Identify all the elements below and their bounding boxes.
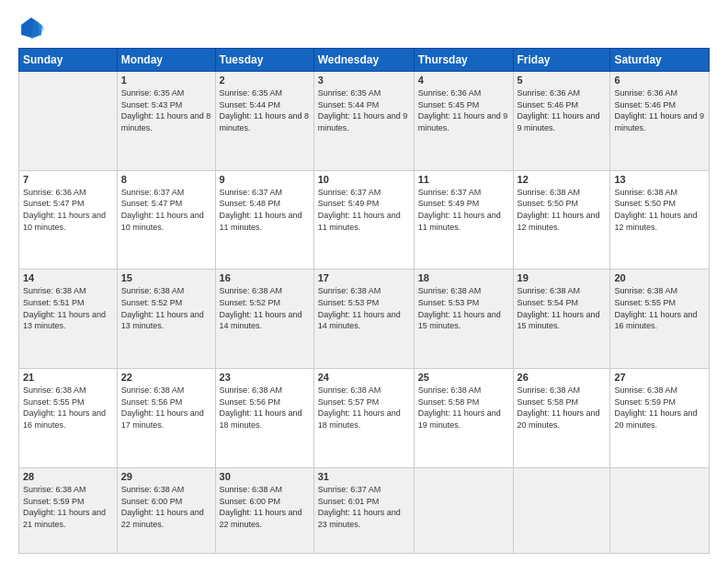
cell-content: Sunrise: 6:38 AM Sunset: 5:55 PM Dayligh… — [23, 385, 113, 431]
day-number: 15 — [121, 272, 211, 283]
day-number: 24 — [318, 372, 410, 383]
day-number: 22 — [121, 372, 211, 383]
day-number: 1 — [121, 75, 211, 86]
cell-content: Sunrise: 6:37 AM Sunset: 5:48 PM Dayligh… — [220, 187, 310, 233]
day-number: 19 — [518, 272, 607, 283]
day-number: 29 — [121, 471, 211, 482]
cell-content: Sunrise: 6:38 AM Sunset: 5:52 PM Dayligh… — [121, 285, 211, 331]
calendar-cell: 27Sunrise: 6:38 AM Sunset: 5:59 PM Dayli… — [610, 369, 710, 468]
calendar-cell: 25Sunrise: 6:38 AM Sunset: 5:58 PM Dayli… — [414, 369, 513, 468]
page: SundayMondayTuesdayWednesdayThursdayFrid… — [0, 0, 728, 563]
cell-content: Sunrise: 6:38 AM Sunset: 5:50 PM Dayligh… — [518, 187, 607, 233]
calendar-cell: 15Sunrise: 6:38 AM Sunset: 5:52 PM Dayli… — [117, 270, 215, 369]
calendar-cell: 1Sunrise: 6:35 AM Sunset: 5:43 PM Daylig… — [117, 72, 215, 171]
week-row-3: 21Sunrise: 6:38 AM Sunset: 5:55 PM Dayli… — [19, 369, 710, 468]
week-row-4: 28Sunrise: 6:38 AM Sunset: 5:59 PM Dayli… — [19, 467, 710, 553]
day-header-monday: Monday — [117, 49, 215, 72]
cell-content: Sunrise: 6:38 AM Sunset: 5:53 PM Dayligh… — [318, 285, 410, 331]
calendar-cell: 21Sunrise: 6:38 AM Sunset: 5:55 PM Dayli… — [19, 369, 118, 468]
calendar-cell: 20Sunrise: 6:38 AM Sunset: 5:55 PM Dayli… — [610, 270, 710, 369]
cell-content: Sunrise: 6:38 AM Sunset: 5:52 PM Dayligh… — [220, 285, 310, 331]
cell-content: Sunrise: 6:38 AM Sunset: 5:58 PM Dayligh… — [418, 385, 509, 431]
day-number: 21 — [23, 372, 113, 383]
cell-content: Sunrise: 6:38 AM Sunset: 5:54 PM Dayligh… — [518, 285, 607, 331]
day-number: 20 — [614, 272, 705, 283]
calendar-cell: 3Sunrise: 6:35 AM Sunset: 5:44 PM Daylig… — [313, 72, 414, 171]
day-header-wednesday: Wednesday — [313, 49, 414, 72]
day-number: 6 — [614, 75, 705, 86]
cell-content: Sunrise: 6:38 AM Sunset: 6:00 PM Dayligh… — [220, 484, 310, 530]
calendar-cell: 17Sunrise: 6:38 AM Sunset: 5:53 PM Dayli… — [313, 270, 414, 369]
cell-content: Sunrise: 6:38 AM Sunset: 5:50 PM Dayligh… — [614, 187, 705, 233]
day-number: 8 — [121, 174, 211, 185]
calendar-cell: 22Sunrise: 6:38 AM Sunset: 5:56 PM Dayli… — [117, 369, 215, 468]
cell-content: Sunrise: 6:38 AM Sunset: 5:59 PM Dayligh… — [614, 385, 705, 431]
cell-content: Sunrise: 6:37 AM Sunset: 5:49 PM Dayligh… — [318, 187, 410, 233]
calendar-cell: 12Sunrise: 6:38 AM Sunset: 5:50 PM Dayli… — [513, 170, 610, 270]
cell-content: Sunrise: 6:38 AM Sunset: 5:55 PM Dayligh… — [614, 285, 705, 331]
day-number: 5 — [518, 75, 607, 86]
cell-content: Sunrise: 6:38 AM Sunset: 5:51 PM Dayligh… — [23, 285, 113, 331]
day-number: 30 — [220, 471, 310, 482]
day-number: 23 — [220, 372, 310, 383]
cell-content: Sunrise: 6:38 AM Sunset: 6:00 PM Dayligh… — [121, 484, 211, 530]
day-number: 2 — [220, 75, 310, 86]
day-header-friday: Friday — [513, 49, 610, 72]
calendar-cell: 29Sunrise: 6:38 AM Sunset: 6:00 PM Dayli… — [117, 467, 215, 553]
calendar-cell: 24Sunrise: 6:38 AM Sunset: 5:57 PM Dayli… — [313, 369, 414, 468]
calendar-cell: 31Sunrise: 6:37 AM Sunset: 6:01 PM Dayli… — [313, 467, 414, 553]
calendar-table: SundayMondayTuesdayWednesdayThursdayFrid… — [18, 48, 710, 554]
cell-content: Sunrise: 6:38 AM Sunset: 5:59 PM Dayligh… — [23, 484, 113, 530]
cell-content: Sunrise: 6:36 AM Sunset: 5:46 PM Dayligh… — [518, 87, 607, 133]
day-number: 16 — [220, 272, 310, 283]
calendar-cell: 23Sunrise: 6:38 AM Sunset: 5:56 PM Dayli… — [215, 369, 313, 468]
calendar-cell — [610, 467, 710, 553]
cell-content: Sunrise: 6:37 AM Sunset: 5:49 PM Dayligh… — [418, 187, 509, 233]
header — [18, 15, 710, 40]
calendar-cell: 16Sunrise: 6:38 AM Sunset: 5:52 PM Dayli… — [215, 270, 313, 369]
week-row-0: 1Sunrise: 6:35 AM Sunset: 5:43 PM Daylig… — [19, 72, 710, 171]
calendar-cell: 11Sunrise: 6:37 AM Sunset: 5:49 PM Dayli… — [414, 170, 513, 270]
day-number: 17 — [318, 272, 410, 283]
day-number: 9 — [220, 174, 310, 185]
cell-content: Sunrise: 6:36 AM Sunset: 5:47 PM Dayligh… — [23, 187, 113, 233]
day-header-sunday: Sunday — [19, 49, 118, 72]
calendar-cell: 2Sunrise: 6:35 AM Sunset: 5:44 PM Daylig… — [215, 72, 313, 171]
day-number: 25 — [418, 372, 509, 383]
calendar-cell: 19Sunrise: 6:38 AM Sunset: 5:54 PM Dayli… — [513, 270, 610, 369]
day-header-thursday: Thursday — [414, 49, 513, 72]
week-row-1: 7Sunrise: 6:36 AM Sunset: 5:47 PM Daylig… — [19, 170, 710, 270]
cell-content: Sunrise: 6:38 AM Sunset: 5:56 PM Dayligh… — [220, 385, 310, 431]
day-number: 27 — [614, 372, 705, 383]
cell-content: Sunrise: 6:38 AM Sunset: 5:57 PM Dayligh… — [318, 385, 410, 431]
calendar-cell: 6Sunrise: 6:36 AM Sunset: 5:46 PM Daylig… — [610, 72, 710, 171]
header-row: SundayMondayTuesdayWednesdayThursdayFrid… — [19, 49, 710, 72]
day-number: 28 — [23, 471, 113, 482]
calendar-cell — [513, 467, 610, 553]
cell-content: Sunrise: 6:36 AM Sunset: 5:46 PM Dayligh… — [614, 87, 705, 133]
day-number: 18 — [418, 272, 509, 283]
calendar-cell: 9Sunrise: 6:37 AM Sunset: 5:48 PM Daylig… — [215, 170, 313, 270]
day-number: 11 — [418, 174, 509, 185]
calendar-cell: 18Sunrise: 6:38 AM Sunset: 5:53 PM Dayli… — [414, 270, 513, 369]
calendar-cell: 7Sunrise: 6:36 AM Sunset: 5:47 PM Daylig… — [19, 170, 118, 270]
cell-content: Sunrise: 6:38 AM Sunset: 5:53 PM Dayligh… — [418, 285, 509, 331]
cell-content: Sunrise: 6:38 AM Sunset: 5:56 PM Dayligh… — [121, 385, 211, 431]
calendar-cell: 28Sunrise: 6:38 AM Sunset: 5:59 PM Dayli… — [19, 467, 118, 553]
day-number: 13 — [614, 174, 705, 185]
calendar-cell — [414, 467, 513, 553]
calendar-cell: 5Sunrise: 6:36 AM Sunset: 5:46 PM Daylig… — [513, 72, 610, 171]
day-number: 26 — [518, 372, 607, 383]
calendar-cell: 13Sunrise: 6:38 AM Sunset: 5:50 PM Dayli… — [610, 170, 710, 270]
day-header-tuesday: Tuesday — [215, 49, 313, 72]
cell-content: Sunrise: 6:36 AM Sunset: 5:45 PM Dayligh… — [418, 87, 509, 133]
calendar-cell: 10Sunrise: 6:37 AM Sunset: 5:49 PM Dayli… — [313, 170, 414, 270]
calendar-cell: 4Sunrise: 6:36 AM Sunset: 5:45 PM Daylig… — [414, 72, 513, 171]
cell-content: Sunrise: 6:35 AM Sunset: 5:44 PM Dayligh… — [220, 87, 310, 133]
calendar-cell — [19, 72, 118, 171]
cell-content: Sunrise: 6:35 AM Sunset: 5:43 PM Dayligh… — [121, 87, 211, 133]
cell-content: Sunrise: 6:37 AM Sunset: 5:47 PM Dayligh… — [121, 187, 211, 233]
day-number: 12 — [518, 174, 607, 185]
day-number: 7 — [23, 174, 113, 185]
cell-content: Sunrise: 6:38 AM Sunset: 5:58 PM Dayligh… — [518, 385, 607, 431]
